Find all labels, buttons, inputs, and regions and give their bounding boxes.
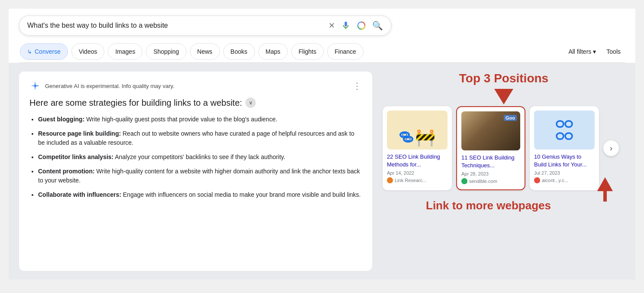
tab-images[interactable]: Images xyxy=(108,43,142,60)
up-arrow-shape xyxy=(597,177,613,191)
top3-label: Top 3 Positions xyxy=(459,72,548,85)
all-filters-label: All filters xyxy=(568,48,591,55)
tab-books[interactable]: Books xyxy=(223,43,255,60)
chain-link-1-icon xyxy=(556,119,573,129)
card2-source-label: sendible.com xyxy=(469,179,497,184)
result-card-3[interactable]: 10 Genius Ways to Build Links for Your..… xyxy=(530,106,599,190)
link-annotation-area: Link to more webpages xyxy=(383,199,625,212)
chain-row-2 xyxy=(556,131,573,141)
tools-label: Tools xyxy=(606,48,621,55)
tab-converse-label: Converse xyxy=(35,48,61,55)
result-cards-row: 🚧 22 SEO Link Building Methods for... Ap… xyxy=(383,106,625,190)
card2-title[interactable]: 11 SEO Link Building Techniques... xyxy=(461,154,520,169)
card3-thumbnail xyxy=(534,111,595,150)
tab-shopping-label: Shopping xyxy=(153,48,179,55)
search-icons: ✕ 🔍 xyxy=(328,20,383,31)
card2-thumbnail: Goo xyxy=(461,111,520,150)
result-card-1[interactable]: 🚧 22 SEO Link Building Methods for... Ap… xyxy=(383,106,452,190)
top3-arrow-down xyxy=(383,89,625,104)
search-button[interactable]: 🔍 xyxy=(372,20,383,31)
bullet-2: Resource page link building: Reach out t… xyxy=(38,129,362,147)
card3-date: Jul 27, 2023 xyxy=(534,170,595,176)
all-filters-button[interactable]: All filters ▾ xyxy=(564,46,600,58)
ai-logo-icon xyxy=(29,80,41,91)
search-bar-area: What's the best way to build links to a … xyxy=(9,9,635,63)
card3-source: aicont...y.c... xyxy=(534,177,595,183)
tab-news-label: News xyxy=(197,48,213,55)
svg-point-4 xyxy=(406,138,410,140)
card3-title[interactable]: 10 Genius Ways to Build Links for Your..… xyxy=(534,153,595,169)
tools-button[interactable]: Tools xyxy=(602,46,625,58)
card1-thumbnail: 🚧 xyxy=(387,111,448,150)
card3-source-icon xyxy=(534,177,540,183)
results-panel: Top 3 Positions xyxy=(383,72,625,271)
tab-converse[interactable]: ↳ Converse xyxy=(20,43,68,60)
bullet-3: Competitor links analysis: Analyze your … xyxy=(38,153,362,162)
svg-point-3 xyxy=(404,137,412,142)
card1-source-icon xyxy=(387,177,393,183)
ai-header: Generative AI is experimental. Info qual… xyxy=(29,80,362,91)
chain-row-1 xyxy=(556,119,573,129)
tab-maps[interactable]: Maps xyxy=(258,43,288,60)
svg-rect-8 xyxy=(565,133,572,139)
tab-flights-label: Flights xyxy=(299,48,316,55)
tab-shopping[interactable]: Shopping xyxy=(146,43,186,60)
ai-answer-panel: Generative AI is experimental. Info qual… xyxy=(19,72,372,271)
up-arrow-annotation xyxy=(597,177,613,202)
nav-tabs-row: ↳ Converse Videos Images Shopping News B… xyxy=(19,41,625,63)
converse-arrow-icon: ↳ xyxy=(27,49,32,55)
card1-source: Link Researc... xyxy=(387,177,448,183)
tab-finance[interactable]: Finance xyxy=(327,43,364,60)
card1-source-label: Link Researc... xyxy=(395,178,426,183)
bullet-1: Guest blogging: Write high-quality guest… xyxy=(38,115,362,124)
tab-videos[interactable]: Videos xyxy=(71,43,105,60)
search-query[interactable]: What's the best way to build links to a … xyxy=(27,22,328,29)
tab-books-label: Books xyxy=(231,48,248,55)
card2-source-icon xyxy=(461,178,467,184)
card1-title[interactable]: 22 SEO Link Building Methods for... xyxy=(387,153,448,169)
bullet-5: Collaborate with influencers: Engage wit… xyxy=(38,190,362,199)
ai-menu-dots-icon[interactable]: ⋮ xyxy=(353,81,362,91)
link-annotation-label: Link to more webpages xyxy=(426,199,625,212)
screenshot-wrapper: What's the best way to build links to a … xyxy=(9,9,635,293)
ai-answer-title: Here are some strategies for building li… xyxy=(29,98,362,108)
ai-title-chevron-icon[interactable]: ∨ xyxy=(245,98,256,108)
svg-rect-5 xyxy=(557,121,564,127)
card3-source-label: aicont...y.c... xyxy=(542,178,568,183)
tab-maps-label: Maps xyxy=(266,48,280,55)
result-card-2[interactable]: Goo 11 SEO Link Building Techniques... A… xyxy=(456,106,525,190)
up-arrow-stem xyxy=(603,191,607,202)
svg-rect-7 xyxy=(557,133,564,139)
card2-source: sendible.com xyxy=(461,178,520,184)
card1-date: Apr 14, 2022 xyxy=(387,170,448,176)
microphone-icon[interactable] xyxy=(341,21,351,30)
svg-rect-6 xyxy=(565,121,572,127)
tab-news[interactable]: News xyxy=(190,43,220,60)
chain-links-icon xyxy=(399,130,413,147)
tab-finance-label: Finance xyxy=(335,48,356,55)
down-arrow-icon xyxy=(494,89,513,104)
top3-annotation: Top 3 Positions xyxy=(383,72,625,85)
search-input-row: What's the best way to build links to a … xyxy=(19,16,391,36)
card2-google-logo: Goo xyxy=(504,115,517,121)
ai-bullets-list: Guest blogging: Write high-quality guest… xyxy=(29,115,362,199)
clear-icon[interactable]: ✕ xyxy=(328,21,335,30)
card2-date: Apr 28, 2023 xyxy=(461,171,520,176)
main-content: Generative AI is experimental. Info qual… xyxy=(9,63,635,280)
filters-chevron-icon: ▾ xyxy=(593,48,596,55)
chain-link-2-icon xyxy=(556,131,573,141)
next-results-button[interactable]: › xyxy=(603,140,619,156)
bullet-4: Content promotion: Write high-quality co… xyxy=(38,167,362,185)
svg-point-2 xyxy=(402,133,407,136)
tab-flights[interactable]: Flights xyxy=(291,43,324,60)
ai-header-text: Generative AI is experimental. Info qual… xyxy=(45,83,348,89)
tab-videos-label: Videos xyxy=(79,48,97,55)
tab-images-label: Images xyxy=(115,48,135,55)
lens-icon[interactable] xyxy=(357,21,366,30)
